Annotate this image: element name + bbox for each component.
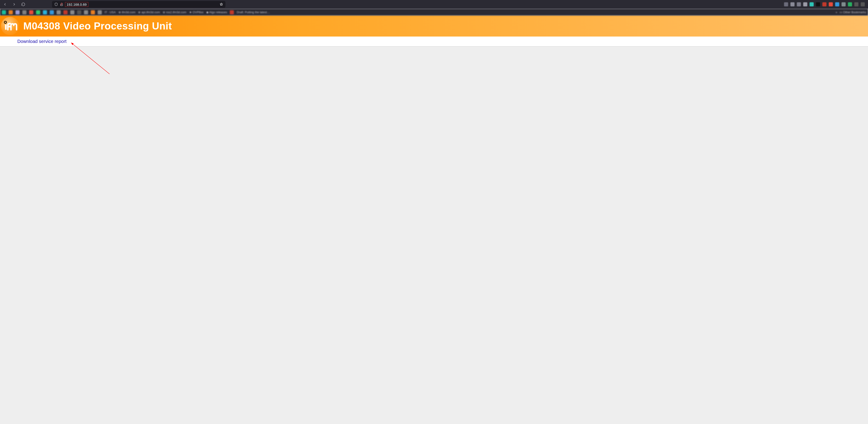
reload-button[interactable] (20, 1, 27, 7)
bookmark-item[interactable]: Draft: Putting the latest… (237, 10, 270, 14)
address-bar[interactable]: 192.168.0.69 (52, 1, 225, 8)
ifm-logo-icon (1, 17, 19, 35)
back-button[interactable] (2, 1, 8, 7)
chevron-right-icon[interactable]: » (836, 10, 837, 14)
arrow-right-icon (12, 2, 16, 6)
extension-icon[interactable] (784, 2, 788, 6)
extension-icon[interactable] (810, 2, 814, 6)
svg-line-4 (72, 44, 110, 74)
bookmark-item[interactable] (36, 10, 40, 14)
extension-icon[interactable] (841, 2, 846, 6)
other-bookmarks[interactable]: ▭ Other Bookmarks (839, 10, 866, 14)
extension-icon[interactable] (854, 2, 859, 6)
sub-bar: Download service report (0, 36, 868, 47)
bookmark-item[interactable]: ⊕ ros2.ifm3d.com (163, 10, 186, 14)
bookmark-item[interactable] (70, 10, 74, 14)
bookmark-item[interactable]: ◆ Algo releases (206, 10, 227, 14)
bookmark-star-icon[interactable] (219, 2, 223, 6)
extension-icon[interactable] (823, 2, 827, 6)
extension-icon[interactable] (797, 2, 801, 6)
svg-point-2 (4, 21, 7, 24)
bookmark-item[interactable] (84, 10, 88, 14)
bookmark-item[interactable] (77, 10, 81, 14)
bookmark-item[interactable] (63, 10, 67, 14)
svg-rect-3 (5, 24, 7, 30)
extension-icon[interactable] (803, 2, 807, 6)
lock-open-icon (60, 2, 63, 6)
reload-icon (21, 2, 25, 6)
extension-icon[interactable] (790, 2, 795, 6)
bookmark-item[interactable] (50, 10, 54, 14)
bookmark-item[interactable] (9, 10, 13, 14)
browser-toolbar: 192.168.0.69 (0, 0, 868, 9)
extension-icons (784, 2, 866, 6)
bookmark-item[interactable]: IT · USA (104, 10, 116, 14)
bookmark-item[interactable] (57, 10, 61, 14)
bookmark-item[interactable] (29, 10, 33, 14)
annotation-arrow-icon (68, 42, 114, 79)
extension-icon[interactable] (835, 2, 839, 6)
bookmark-item[interactable] (98, 10, 102, 14)
extension-icon[interactable] (829, 2, 833, 6)
download-service-report-link[interactable]: Download service report (17, 39, 67, 44)
bookmark-item[interactable] (43, 10, 47, 14)
content-area (0, 47, 868, 424)
bookmark-item[interactable]: ⊕ api.ifm3d.com (138, 10, 160, 14)
bookmark-item[interactable] (22, 10, 27, 14)
extension-icon[interactable] (816, 2, 820, 6)
bookmarks-bar: IT · USA ⊕ ifm3d.com ⊕ api.ifm3d.com ⊕ r… (0, 9, 868, 16)
bookmark-item[interactable]: ⊕ ifm3d.com (118, 10, 135, 14)
bookmark-item[interactable] (91, 10, 95, 14)
page-title: M04308 Video Processing Unit (23, 20, 172, 32)
url-text[interactable]: 192.168.0.69 (65, 2, 88, 7)
bookmark-item[interactable] (16, 10, 20, 14)
page-header: M04308 Video Processing Unit (0, 16, 868, 36)
arrow-left-icon (3, 2, 7, 6)
forward-button[interactable] (11, 1, 17, 7)
shield-icon (54, 2, 58, 6)
bookmark-item[interactable] (230, 10, 234, 14)
bookmark-item[interactable]: ★ OVP8xx (189, 10, 204, 14)
extension-icon[interactable] (848, 2, 852, 6)
extension-icon[interactable] (861, 2, 865, 6)
bookmark-item[interactable] (2, 10, 6, 14)
